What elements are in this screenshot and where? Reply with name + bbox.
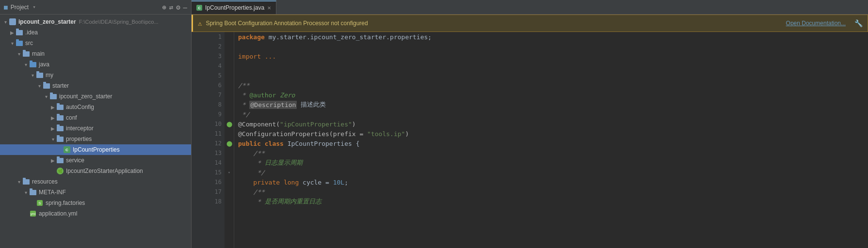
code-line-1: package my.starter.ipcount_zero_starter.… xyxy=(238,32,868,42)
sidebar-item-spring-factories[interactable]: S spring.factories xyxy=(0,198,191,208)
sidebar-item-interceptor[interactable]: ▶ interceptor xyxy=(0,123,191,134)
spring-gutter-12: ⬤ xyxy=(225,139,234,148)
javadoc-description: @Description xyxy=(249,101,297,109)
warning-message: Spring Boot Configuration Annotation Pro… xyxy=(206,20,782,27)
spring-factories-icon: S xyxy=(36,199,44,207)
tab-close-icon[interactable]: ✕ xyxy=(267,5,271,11)
expand-icon: ▾ xyxy=(49,137,56,142)
diff-icon[interactable]: ⇄ xyxy=(169,3,173,11)
sidebar-item-autoconfig[interactable]: ▶ autoConfig xyxy=(0,102,191,112)
field-semi: ; xyxy=(344,179,348,186)
chinese-comment-text: 日志显示周期 xyxy=(265,158,303,167)
meta-inf-label: META-INF xyxy=(39,189,66,196)
expand-icon: ▾ xyxy=(29,73,36,78)
src-label: src xyxy=(25,40,33,46)
line-num-7: 7 xyxy=(192,90,225,100)
conf-folder-icon xyxy=(56,114,64,122)
tree-root[interactable]: ▾ ipcount_zero_starter F:\Code\IDEA\Spri… xyxy=(0,16,191,27)
autoconfig-label: autoConfig xyxy=(66,104,94,110)
folder-icon xyxy=(16,29,23,36)
code-line-11: @ConfigurationProperties(prefix = "tools… xyxy=(238,129,868,139)
sidebar-item-meta-inf[interactable]: ▾ META-INF xyxy=(0,187,191,198)
resources-folder-icon xyxy=(22,178,30,186)
code-editor[interactable]: package my.starter.ipcount_zero_starter.… xyxy=(234,32,868,248)
minimize-icon[interactable]: — xyxy=(183,3,187,11)
sidebar-item-app-yml[interactable]: yml application.yml xyxy=(0,208,191,219)
tab-ipcount-properties[interactable]: C IpCountProperties.java ✕ xyxy=(192,0,276,14)
desc-chinese: 描述此类 xyxy=(301,100,326,109)
code-line-7: * @author Zero xyxy=(238,90,868,100)
author-value: Zero xyxy=(276,92,295,99)
sidebar-item-ipcount[interactable]: ▾ ipcount_zero_starter xyxy=(0,91,191,102)
starter-label: starter xyxy=(52,82,69,89)
import-dots: ... xyxy=(265,53,276,60)
sidebar-header: ■ Project ▾ ⊕ ⇄ ⚙ — xyxy=(0,0,191,15)
sidebar-item-starter[interactable]: ▾ starter xyxy=(0,80,191,91)
inner-comment-close: */ xyxy=(238,169,265,176)
svg-text:S: S xyxy=(38,201,41,205)
class-name: IpCountProperties xyxy=(288,140,356,147)
dropdown-arrow-icon[interactable]: ▾ xyxy=(32,4,36,10)
autoconfig-folder-icon xyxy=(56,103,64,111)
sidebar-item-idea[interactable]: ▶ .idea xyxy=(0,27,191,38)
warning-settings-icon[interactable]: 🔧 xyxy=(854,19,863,27)
expand-icon: ▾ xyxy=(36,83,43,89)
gutter-icons: ⬤ ⬤ ▾ xyxy=(225,32,234,248)
expand-icon: ▾ xyxy=(22,62,29,67)
sidebar-item-properties[interactable]: ▾ properties xyxy=(0,134,191,144)
my-folder-icon xyxy=(36,71,44,79)
comment-author-prefix: * xyxy=(238,92,249,99)
ipcount-label: ipcount_zero_starter xyxy=(59,93,112,100)
line-num-2: 2 xyxy=(192,42,225,51)
warning-link[interactable]: Open Documentation... xyxy=(786,20,846,27)
line-num-13: 13 xyxy=(192,148,225,158)
sidebar-item-java[interactable]: ▾ java xyxy=(0,59,191,70)
comment2-open: /** xyxy=(238,188,265,196)
sidebar-item-conf[interactable]: ▶ conf xyxy=(0,112,191,123)
java-label: java xyxy=(39,61,49,68)
line-num-4: 4 xyxy=(192,61,225,71)
chinese-comment-2: 是否周期内重置日志 xyxy=(265,197,321,206)
code-line-9: */ xyxy=(238,109,868,119)
fold-icon: ▾ xyxy=(228,170,230,175)
annotation-component: @Component( xyxy=(238,121,280,128)
main-folder-icon xyxy=(22,50,30,58)
code-line-2 xyxy=(238,42,868,51)
spring-bean-icon-2: ⬤ xyxy=(226,140,232,147)
sidebar-item-app[interactable]: 🌿 IpcountZeroStarterApplication xyxy=(0,166,191,176)
spring-factories-label: spring.factories xyxy=(46,200,85,206)
sidebar-item-main[interactable]: ▾ main xyxy=(0,48,191,59)
line-num-3: 3 xyxy=(192,51,225,61)
root-path: F:\Code\IDEA\Spring_Boot\ipco... xyxy=(79,19,159,25)
sidebar-item-resources[interactable]: ▾ resources xyxy=(0,176,191,187)
line-num-11: 11 xyxy=(192,129,225,139)
sidebar-toolbar: ⊕ ⇄ ⚙ — xyxy=(162,3,187,11)
line-num-17: 17 xyxy=(192,187,225,197)
expand-icon: ▾ xyxy=(16,179,22,185)
spring-gutter-10: ⬤ xyxy=(225,119,234,129)
inner-comment-text: * xyxy=(238,159,265,167)
idea-label: .idea xyxy=(25,29,38,36)
src-folder-icon xyxy=(16,39,23,47)
project-icon: ■ xyxy=(4,3,8,11)
code-line-15: */ xyxy=(238,168,868,177)
fold-gutter-15[interactable]: ▾ xyxy=(225,168,234,177)
sidebar-item-src[interactable]: ▾ src xyxy=(0,38,191,48)
settings-icon[interactable]: ⚙ xyxy=(176,3,180,11)
code-line-12: public class IpCountProperties { xyxy=(238,139,868,148)
globe-icon[interactable]: ⊕ xyxy=(162,3,166,11)
code-line-10: @Component("ipCountProperties") xyxy=(238,119,868,129)
code-line-16: private long cycle = 10L; xyxy=(238,177,868,187)
java-folder-icon xyxy=(29,61,37,68)
sidebar-item-ipcount-properties[interactable]: C IpCountProperties xyxy=(0,144,191,155)
annotation-value: "ipCountProperties" xyxy=(280,121,352,128)
properties-folder-icon xyxy=(56,135,64,143)
service-label: service xyxy=(66,157,84,164)
line-num-12: 12 xyxy=(192,139,225,148)
sidebar-item-my[interactable]: ▾ my xyxy=(0,70,191,80)
warning-icon: ⚠ xyxy=(198,19,202,27)
properties-label: properties xyxy=(66,136,92,142)
class-brace-open: { xyxy=(356,140,360,147)
sidebar-item-service[interactable]: ▶ service xyxy=(0,155,191,166)
my-label: my xyxy=(46,72,53,78)
